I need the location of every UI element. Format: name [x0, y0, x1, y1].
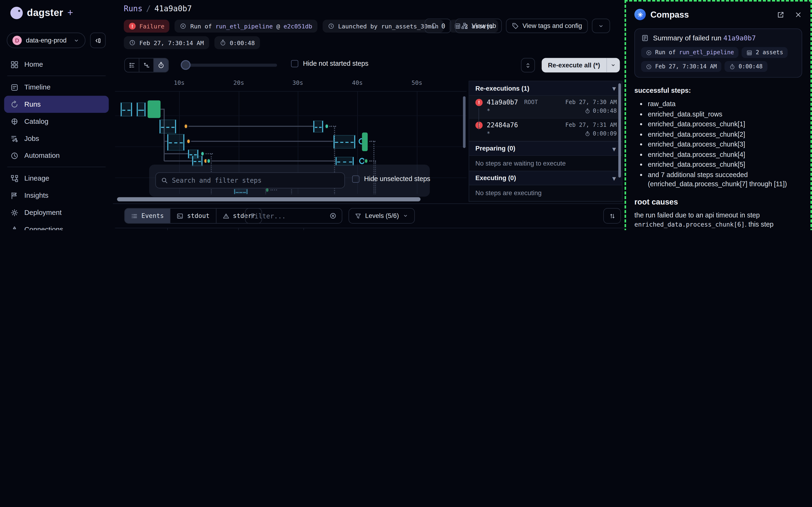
stopwatch-icon: [729, 63, 736, 69]
sidebar-item-runs[interactable]: Runs: [4, 96, 109, 113]
sidebar-item-catalog[interactable]: Catalog: [4, 113, 109, 130]
step-dash: [169, 142, 183, 143]
sidebar-item-insights[interactable]: Insights: [4, 187, 109, 204]
reexecution-row[interactable]: !41a9a0b7ROOTFeb 27, 7:30 AM*0:00:48: [469, 96, 622, 119]
reexecutions-panel: Re-executions (1) ▾ !41a9a0b7ROOTFeb 27,…: [469, 81, 622, 202]
summary-assets-pill[interactable]: 2 assets: [742, 47, 788, 58]
step-dash: [194, 161, 201, 162]
step-selector: *: [487, 130, 490, 137]
sidebar-item-label: Timeline: [24, 83, 51, 91]
gantt-step-success[interactable]: [148, 101, 160, 118]
log-filter-input[interactable]: Filter...: [245, 208, 342, 224]
event-log-table: TIMESTAMPOPEVENT TYPEINFO 7:31:02.405 AM…: [115, 228, 625, 230]
catalog-icon: [10, 117, 18, 125]
sort-order-button[interactable]: [603, 208, 621, 224]
target-icon: [646, 49, 652, 55]
run-of-pill[interactable]: Run of run_etl_pipeline @ e2c051db: [175, 20, 317, 33]
run-id-link[interactable]: 22484a76: [487, 121, 518, 129]
gantt-step-box[interactable]: [333, 135, 355, 149]
sidebar-item-label: Deployment: [24, 209, 62, 216]
gantt-marker-orange[interactable]: [186, 138, 191, 144]
gantt-horizontal-scrollbar[interactable]: [117, 197, 421, 202]
hide-not-started-control: Hide not started steps: [291, 59, 368, 67]
stopwatch-icon: [585, 108, 590, 114]
timed-view-button[interactable]: [154, 58, 168, 72]
expand-panel-button[interactable]: [521, 58, 535, 72]
open-external-icon[interactable]: [777, 11, 784, 18]
close-icon[interactable]: [794, 11, 802, 18]
gantt-step-box[interactable]: [335, 157, 354, 166]
step-search-input[interactable]: Search and filter steps: [155, 172, 345, 188]
hide-unselected-control: Hide unselected steps: [352, 175, 430, 183]
gantt-marker-green[interactable]: [364, 158, 368, 164]
hide-unselected-checkbox[interactable]: [352, 175, 360, 182]
pipeline-link[interactable]: run_etl_pipeline: [215, 22, 273, 30]
app-root: dagster + D data-eng-prod HomeTimelineRu…: [0, 0, 812, 230]
sidebar-item-timeline[interactable]: Timeline: [4, 79, 109, 96]
jobs-icon: [10, 134, 18, 143]
section-header-executing[interactable]: Executing (0)▾: [469, 171, 622, 185]
breadcrumb-separator: /: [146, 4, 151, 14]
reexecutions-header[interactable]: Re-executions (1) ▾: [469, 81, 622, 96]
run-duration-pill: 0:00:48: [214, 36, 260, 49]
sidebar-item-jobs[interactable]: Jobs: [4, 130, 109, 147]
zoom-slider-track[interactable]: [184, 64, 277, 67]
hide-not-started-checkbox[interactable]: [291, 60, 299, 67]
successful-step-item: enriched_data.process_chunk[5]: [648, 160, 802, 169]
section-header-preparing[interactable]: Preparing (0)▾: [469, 142, 622, 156]
tab-stdout[interactable]: stdout: [171, 209, 216, 223]
flat-view-button[interactable]: [125, 58, 139, 72]
more-actions-button[interactable]: [592, 18, 610, 33]
summary-run-of-pill[interactable]: Run of run_etl_pipeline: [641, 47, 739, 58]
gantt-step-success[interactable]: [362, 132, 368, 151]
gantt-marker-teal[interactable]: [324, 123, 329, 129]
gantt-step-box[interactable]: [313, 121, 323, 133]
zoom-slider-thumb[interactable]: [181, 60, 191, 70]
chevron-down-icon: ▾: [612, 84, 616, 92]
sidebar-item-deployment[interactable]: Deployment: [4, 204, 109, 221]
sidebar-collapse-button[interactable]: [90, 33, 106, 48]
sidebar-item-lineage[interactable]: Lineage: [4, 170, 109, 187]
event-log-header: TIMESTAMPOPEVENT TYPEINFO: [115, 228, 625, 230]
waterfall-view-button[interactable]: [139, 58, 154, 72]
sidebar-item-label: Catalog: [24, 117, 49, 125]
workspace-selector[interactable]: D data-eng-prod: [7, 33, 86, 48]
alerts-button[interactable]: 0: [425, 18, 451, 33]
gantt-marker-teal[interactable]: [206, 158, 211, 164]
view-job-button[interactable]: View job: [455, 18, 502, 33]
tab-events[interactable]: Events: [125, 209, 171, 223]
step-dash: [337, 161, 352, 162]
gantt-step-box[interactable]: [121, 102, 132, 116]
gantt-vertical-scrollbar[interactable]: [463, 96, 466, 148]
run-id-link[interactable]: 41a9a0b7: [487, 98, 518, 106]
breadcrumb-runs-link[interactable]: Runs: [124, 4, 143, 14]
reexecution-row[interactable]: !22484a76Feb 27, 7:31 AM*0:00:09: [469, 119, 622, 142]
sidebar-item-automation[interactable]: Automation: [4, 147, 109, 164]
gantt-marker-orange[interactable]: [183, 123, 188, 129]
gantt-connector: [164, 141, 167, 142]
commit-link[interactable]: e2c051db: [284, 22, 312, 30]
sidebar-item-connections[interactable]: Connections: [4, 221, 109, 230]
dagster-logo[interactable]: dagster +: [10, 7, 73, 19]
search-icon: [161, 177, 168, 184]
gantt-step-box[interactable]: [160, 119, 176, 133]
reexecute-dropdown-button[interactable]: [606, 58, 619, 72]
sidebar-item-home[interactable]: Home: [4, 56, 109, 73]
view-tags-config-button[interactable]: View tags and config: [506, 18, 588, 33]
gantt-step-box[interactable]: [137, 102, 146, 116]
reexecutions-scrollbar[interactable]: [618, 83, 621, 177]
reexecute-all-button[interactable]: Re-execute all (*): [542, 58, 606, 72]
summary-run-id-link[interactable]: 41a9a0b7: [723, 34, 756, 42]
run-summary-card: Summary of failed run 41a9a0b7 Run of ru…: [634, 29, 802, 77]
clear-filter-icon[interactable]: [329, 212, 337, 220]
tree-connector: [479, 108, 479, 130]
root-causes-heading: root causes: [634, 197, 802, 207]
successful-steps-heading: successful steps:: [634, 86, 802, 95]
section-empty-text: No steps are waiting to execute: [469, 156, 622, 171]
gantt-step-box[interactable]: [167, 134, 184, 151]
sidebar-item-label: Lineage: [24, 174, 49, 182]
levels-dropdown[interactable]: Levels (5/6): [348, 208, 415, 224]
step-search-placeholder: Search and filter steps: [172, 177, 262, 184]
clock-icon: [646, 63, 652, 69]
timeline-icon: [10, 83, 18, 91]
